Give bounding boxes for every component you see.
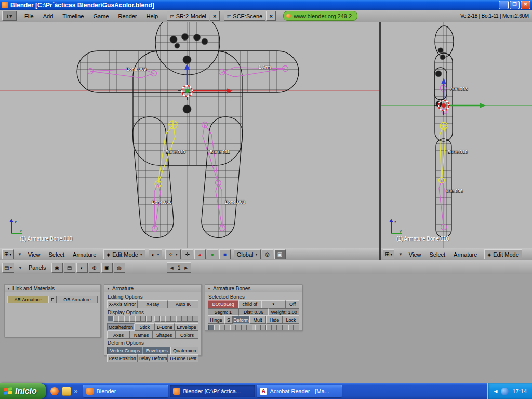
b-bone-toggle[interactable]: B-Bone <box>155 323 175 331</box>
menu-select[interactable]: Select <box>425 251 449 258</box>
tray-collapse-icon[interactable]: ◀ <box>494 389 498 394</box>
taskbar-task-blender-file[interactable]: Blender [C:\Pr´áctica... <box>170 385 255 397</box>
taskbar-task-acrobat[interactable]: A Acrobat Reader - [Ma... <box>257 385 342 397</box>
render-preview-button[interactable]: ▣ <box>274 249 286 259</box>
bone-name-field[interactable]: BO:UpLeg <box>208 300 238 308</box>
shapes-toggle[interactable]: Shapes <box>153 331 176 339</box>
start-button[interactable]: Inicio <box>0 383 46 399</box>
bone-layer-toggle[interactable] <box>214 325 220 330</box>
window-type-button[interactable]: ⊞▾ <box>2 249 14 259</box>
editing-context-button[interactable]: ▣ <box>101 263 113 273</box>
bone-layer-toggle[interactable] <box>219 325 225 330</box>
close-button[interactable]: ✕ <box>521 1 530 9</box>
window-type-button[interactable]: ▤▾ <box>2 263 14 273</box>
quaternion-toggle[interactable]: Quaternion <box>170 347 198 354</box>
scene-selector[interactable]: ⇄ SCE:Scene <box>224 11 265 21</box>
weight-field[interactable]: Weight: 1.00 <box>269 308 299 316</box>
mult-toggle[interactable]: Mult <box>249 316 266 324</box>
armature-layer-toggle[interactable] <box>165 316 171 322</box>
bone-layer-toggle[interactable] <box>255 325 261 330</box>
scale-manipulator-button[interactable]: ■ <box>219 249 231 259</box>
auto-ik-toggle[interactable]: Auto IK <box>168 300 198 308</box>
hide-toggle[interactable]: Hide <box>266 316 283 324</box>
colors-toggle[interactable]: Colors <box>176 331 198 339</box>
draw-type-dropdown[interactable]: ◐ ▾ <box>149 249 163 259</box>
hinge-toggle[interactable]: Hinge <box>208 316 224 324</box>
header-collapse-icon[interactable]: ▼ <box>18 252 22 257</box>
folder-icon[interactable] <box>62 387 71 396</box>
rotate-manipulator-button[interactable]: ● <box>207 249 218 259</box>
frame-next-icon[interactable]: ▶ <box>184 265 188 270</box>
frame-prev-icon[interactable]: ◀ <box>170 265 174 270</box>
bone-layer-toggle[interactable] <box>283 325 288 330</box>
menu-file[interactable]: File <box>20 13 38 19</box>
menu-armature[interactable]: Armature <box>449 251 481 258</box>
taskbar-task-blender[interactable]: Blender <box>83 385 168 397</box>
armature-layer-toggle[interactable] <box>176 316 182 322</box>
bone-layer-toggle[interactable] <box>272 325 277 330</box>
header-collapse-icon[interactable]: ▼ <box>18 265 22 270</box>
armature-layer-toggle[interactable] <box>146 316 152 322</box>
x-ray-toggle[interactable]: X-Ray <box>138 300 168 308</box>
armature-layer-toggle[interactable] <box>135 316 141 322</box>
menu-armature[interactable]: Armature <box>69 251 100 258</box>
translate-manipulator-button[interactable]: ▲ <box>194 249 206 259</box>
deform-toggle[interactable]: Deform <box>233 316 249 324</box>
quick-launch-expand-icon[interactable]: » <box>74 388 78 395</box>
armature-layer-toggle[interactable] <box>182 316 188 322</box>
parent-dropdown[interactable]: ▾ <box>261 300 286 308</box>
b-bone-rest-toggle[interactable]: B-Bone Rest <box>168 354 198 362</box>
panel-header[interactable]: ▼ Link and Materials <box>5 285 100 292</box>
bone-layer-toggle[interactable] <box>242 325 247 330</box>
stick-toggle[interactable]: Stick <box>135 323 155 331</box>
menu-add[interactable]: Add <box>38 13 58 19</box>
armature-layer-toggle[interactable] <box>118 316 124 322</box>
envelopes-toggle[interactable]: Envelopes <box>143 347 171 354</box>
screen-unlink-button[interactable]: × <box>210 11 220 21</box>
armature-layer-toggle[interactable] <box>129 316 135 322</box>
envelope-toggle[interactable]: Envelope <box>175 323 198 331</box>
frame-counter[interactable]: ◀ 1 ▶ <box>167 262 192 273</box>
viewport-side[interactable]: Arm.008 Bone.010 one.006 z y (1) Armatur… <box>381 22 532 248</box>
manipulator-y-arrow[interactable] <box>450 103 486 108</box>
menu-render[interactable]: Render <box>113 13 141 19</box>
armature-layer-toggle[interactable] <box>171 316 177 322</box>
armature-layer-toggle[interactable] <box>160 316 166 322</box>
bone-layer-toggle[interactable] <box>277 325 283 330</box>
window-type-menu-icon[interactable]: i ▾ <box>2 11 17 21</box>
bone-layer-toggle[interactable] <box>288 325 294 330</box>
object-context-button[interactable]: ⊕ <box>89 263 100 273</box>
bone-layer-toggle[interactable] <box>236 325 242 330</box>
menu-game[interactable]: Game <box>88 13 113 19</box>
bone-layer-toggle[interactable] <box>230 325 236 330</box>
manipulator-x-dot[interactable] <box>442 103 446 108</box>
menu-view[interactable]: View <box>24 251 45 258</box>
menu-timeline[interactable]: Timeline <box>58 13 88 19</box>
manipulator-toggle-button[interactable]: ✛ <box>182 249 193 259</box>
bone-layer-toggle[interactable] <box>225 325 231 330</box>
firefox-icon[interactable] <box>50 387 59 395</box>
restore-button[interactable]: ❐ <box>510 1 520 9</box>
names-toggle[interactable]: Names <box>130 331 153 339</box>
armature-layer-toggle[interactable] <box>188 316 193 322</box>
panels-menu[interactable]: Panels <box>24 264 50 271</box>
armature-layer-toggle[interactable] <box>108 316 113 322</box>
armature-datablock-field[interactable]: AR:Armature <box>7 296 48 303</box>
scene-context-button[interactable]: ◍ <box>114 263 125 273</box>
panel-collapse-icon[interactable]: ▼ <box>107 287 110 290</box>
scene-unlink-button[interactable]: × <box>266 11 276 21</box>
connected-toggle[interactable]: Off <box>286 300 299 308</box>
lock-toggle[interactable]: Lock <box>283 316 299 324</box>
armature-layer-toggle[interactable] <box>141 316 147 322</box>
mode-dropdown[interactable]: ◈ Edit Mode ▾ <box>103 249 145 259</box>
logic-context-button[interactable]: ◉ <box>51 263 63 273</box>
blender-org-link[interactable]: www.blender.org 249.2 <box>283 11 357 21</box>
minimize-button[interactable]: _ <box>499 1 509 9</box>
menu-view[interactable]: View <box>405 251 425 258</box>
screen-selector[interactable]: ⇄ SR:2-Model <box>167 11 209 21</box>
dist-field[interactable]: Dist: 0.36 <box>238 308 269 316</box>
s-toggle[interactable]: S <box>224 316 233 324</box>
panel-collapse-icon[interactable]: ▼ <box>207 287 211 290</box>
armature-layer-toggle[interactable] <box>113 316 119 322</box>
panel-collapse-icon[interactable]: ▼ <box>7 287 10 290</box>
